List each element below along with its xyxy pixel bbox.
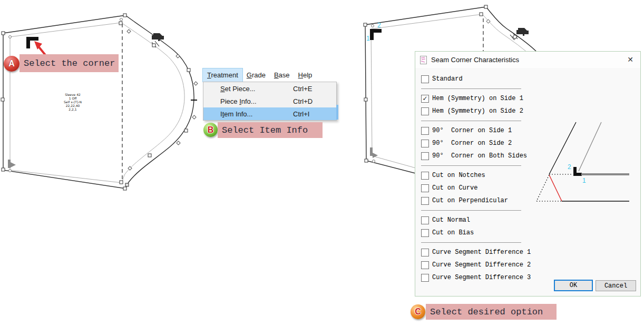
annotation-text: Select the corner xyxy=(24,58,115,68)
dialog-icon xyxy=(420,56,427,64)
menu-base[interactable]: Base xyxy=(270,68,294,82)
annotation-label-b: Select Item Info xyxy=(218,122,323,138)
checkbox[interactable] xyxy=(421,75,429,83)
piece-info-line: 22,22,40 xyxy=(46,104,99,107)
checkbox-90-side1[interactable]: 90° Corner on Side 1 xyxy=(421,124,526,137)
piece-info-line: 1 Off xyxy=(46,96,99,100)
preview-red-edge xyxy=(549,175,562,201)
dialog-title: Seam Corner Characteristics xyxy=(431,56,519,64)
pattern-piece-left[interactable] xyxy=(0,0,211,200)
checkbox-curve-diff-3[interactable]: Curve Segment Difference 3 xyxy=(421,271,526,284)
menu-bar: Treatment Grade Base Help xyxy=(203,68,316,82)
preview-corner-mark xyxy=(573,167,582,176)
checkbox-label: Hem (Symmetry) on Side 1 xyxy=(432,95,523,102)
checkbox-standard[interactable]: Standard xyxy=(421,73,526,85)
separator xyxy=(421,88,521,89)
checkbox-label: Curve Segment Difference 1 xyxy=(432,249,531,256)
checkbox-curve-diff-1[interactable]: Curve Segment Difference 1 xyxy=(421,246,526,259)
checkbox-hem-side2[interactable]: Hem (Symmetry) on Side 2 xyxy=(421,105,526,117)
badge-letter: C xyxy=(415,307,421,317)
checkbox-label: 90° Corner on Side 2 xyxy=(432,140,512,147)
checkbox[interactable] xyxy=(421,172,429,180)
separator xyxy=(421,242,521,243)
badge-letter: A xyxy=(8,59,15,68)
sewing-machine-icon xyxy=(152,33,164,41)
shortcut-label: Ctrl+I xyxy=(293,110,309,118)
checkbox-curve-diff-2[interactable]: Curve Segment Difference 2 xyxy=(421,259,526,271)
hem-marker xyxy=(370,147,373,156)
annotation-text: Select desired option xyxy=(430,307,543,317)
cancel-button[interactable]: Cancel xyxy=(596,280,636,291)
menu-grade[interactable]: Grade xyxy=(242,68,270,82)
piece-info-line: Sleeve 42 xyxy=(46,93,99,96)
checkbox[interactable] xyxy=(421,261,429,269)
menu-item-piece-info[interactable]: Piece Info... Ctrl+D xyxy=(203,95,336,107)
checkbox[interactable] xyxy=(421,140,429,147)
checkbox[interactable] xyxy=(421,216,429,224)
menu-item-item-info[interactable]: Item Info... Ctrl+I xyxy=(203,107,336,120)
checkbox[interactable] xyxy=(421,152,429,160)
menu-help[interactable]: Help xyxy=(294,68,317,82)
hem-marker xyxy=(8,160,11,168)
checkbox-cut-bias[interactable]: Cut on Bias xyxy=(421,226,526,239)
checkbox-label: Cut on Bias xyxy=(432,229,474,236)
checkbox[interactable] xyxy=(421,107,429,115)
sewing-machine-icon xyxy=(516,28,529,36)
checkbox-cut-perpendicular[interactable]: Cut on Perpendicular xyxy=(421,194,526,207)
separator xyxy=(421,165,521,166)
checkbox[interactable]: ✓ xyxy=(421,95,429,103)
selected-corner-mark[interactable] xyxy=(370,29,382,40)
separator xyxy=(421,121,521,121)
checkbox-label: Hem (Symmetry) on Side 2 xyxy=(432,107,523,115)
tutorial-canvas: Sleeve 42 1 Off Self x-[T]-N 22,22,40 2,… xyxy=(0,0,644,326)
checkbox[interactable] xyxy=(421,274,429,282)
menu-item-set-piece[interactable]: Set Piece... Ctrl+E xyxy=(203,82,336,95)
checkbox[interactable] xyxy=(421,229,429,237)
preview-dotted xyxy=(536,175,549,201)
checkbox-label: Standard xyxy=(432,75,463,83)
curve-handles[interactable] xyxy=(127,29,198,170)
annotation-label-c: Select desired option xyxy=(426,304,557,320)
piece-info-text: Sleeve 42 1 Off Self x-[T]-N 22,22,40 2,… xyxy=(46,93,99,111)
checkbox[interactable] xyxy=(421,249,429,256)
checkbox-label: Cut on Curve xyxy=(432,184,477,192)
seam-corner-dialog: Seam Corner Characteristics ✕ Standard ✓… xyxy=(415,51,641,297)
piece-info-line: 2,2,1 xyxy=(46,107,99,111)
checkbox-column: Standard ✓ Hem (Symmetry) on Side 1 Hem … xyxy=(421,73,526,284)
checkbox-cut-notches[interactable]: Cut on Notches xyxy=(421,169,526,182)
checkbox[interactable] xyxy=(421,184,429,192)
step-badge-a: A xyxy=(4,56,19,72)
checkbox-label: Cut on Perpendicular xyxy=(432,197,508,204)
preview-stitch-edge xyxy=(579,122,601,171)
close-icon[interactable]: ✕ xyxy=(627,55,633,64)
dialog-titlebar[interactable]: Seam Corner Characteristics ✕ xyxy=(415,52,640,68)
point-label-2: 2 xyxy=(377,22,381,29)
menu-edge-highlight xyxy=(336,105,338,120)
checkbox-hem-side1[interactable]: ✓ Hem (Symmetry) on Side 1 xyxy=(421,92,526,105)
point-label-1: 1 xyxy=(366,35,370,42)
checkbox[interactable] xyxy=(421,197,429,205)
preview-label-1: 1 xyxy=(582,177,586,184)
step-badge-c: C xyxy=(411,304,425,319)
checkbox-label: Curve Segment Difference 2 xyxy=(432,261,531,269)
menu-treatment[interactable]: Treatment xyxy=(203,68,242,82)
checkbox-label: 90° Corner on Both Sides xyxy=(432,152,527,160)
checkbox-label: 90° Corner on Side 1 xyxy=(432,127,512,134)
hem-marker-arrow xyxy=(11,162,16,167)
checkbox-cut-normal[interactable]: Cut Normal xyxy=(421,214,526,226)
checkbox[interactable] xyxy=(421,127,429,135)
checkbox-cut-curve[interactable]: Cut on Curve xyxy=(421,182,526,194)
checkbox-90-both[interactable]: 90° Corner on Both Sides xyxy=(421,150,526,162)
annotation-label-a: Select the corner xyxy=(19,54,119,72)
badge-letter: B xyxy=(208,125,214,135)
corner-preview-diagram: 2 1 xyxy=(528,117,633,210)
separator xyxy=(421,210,521,211)
treatment-dropdown: Set Piece... Ctrl+E Piece Info... Ctrl+D… xyxy=(203,82,337,121)
step-badge-b: B xyxy=(203,123,218,137)
checkbox-90-side2[interactable]: 90° Corner on Side 2 xyxy=(421,137,526,150)
piece-info-line: Self x-[T]-N xyxy=(46,100,99,104)
checkbox-label: Curve Segment Difference 3 xyxy=(432,274,531,281)
ok-button[interactable]: OK xyxy=(554,280,593,291)
annotation-text: Select Item Info xyxy=(222,125,308,135)
preview-cut-edge xyxy=(549,122,576,174)
